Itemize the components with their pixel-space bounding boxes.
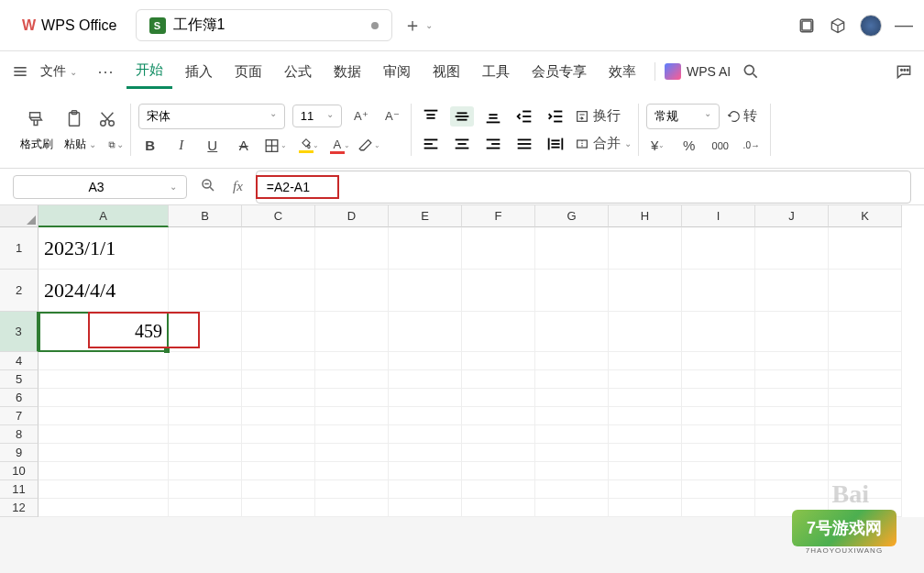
cell[interactable] [829,270,902,312]
cell[interactable]: 2023/1/1 [38,227,169,270]
italic-button[interactable]: I [170,135,193,157]
cell[interactable] [682,462,755,480]
cell[interactable] [755,444,829,462]
cell[interactable] [38,389,169,407]
cell[interactable] [169,370,242,389]
cell[interactable] [389,312,462,352]
cell[interactable] [829,312,902,352]
align-center-icon[interactable] [450,134,474,154]
cell[interactable] [755,407,829,425]
tab-view[interactable]: 视图 [424,56,469,88]
cell[interactable] [389,352,462,370]
cell[interactable] [535,407,609,425]
strikethrough-button[interactable]: A [232,135,256,157]
cell[interactable] [535,227,609,270]
cell[interactable] [242,270,315,312]
cell[interactable] [535,352,609,370]
cell[interactable] [755,480,829,499]
cube-icon[interactable] [829,17,847,35]
row-header[interactable]: 7 [0,407,38,425]
paste-label[interactable]: 粘贴 ⌄ [64,137,96,152]
cell[interactable] [535,499,609,517]
cell[interactable] [169,425,242,444]
increase-font-icon[interactable]: A⁺ [349,105,373,127]
window-layout-icon[interactable] [798,17,816,35]
cell[interactable] [462,389,535,407]
cell[interactable] [462,227,535,270]
column-header[interactable]: I [682,205,755,227]
merge-cells-button[interactable]: 合并⌄ [575,133,632,155]
cell[interactable] [389,425,462,444]
name-box[interactable]: A3 ⌄ [13,175,187,199]
paste-button[interactable] [59,107,90,131]
search-icon[interactable] [742,62,760,81]
align-left-icon[interactable] [419,134,443,154]
tab-efficiency[interactable]: 效率 [600,56,645,88]
cell[interactable]: 459 [38,312,169,352]
align-bottom-icon[interactable] [481,106,505,127]
cell[interactable] [169,444,242,462]
cell[interactable] [242,227,315,270]
cell[interactable] [609,370,682,389]
cell[interactable] [682,407,755,425]
cell[interactable] [755,270,829,312]
cell[interactable] [682,480,755,499]
cell[interactable] [462,425,535,444]
cell[interactable] [755,370,829,389]
cell[interactable] [609,270,682,312]
format-painter-button[interactable] [20,107,51,131]
cell[interactable] [169,499,242,517]
select-all-corner[interactable] [0,205,38,227]
cell[interactable] [242,480,315,499]
minimize-button[interactable]: — [895,17,913,35]
more-menu-icon[interactable]: ⋯ [88,61,123,82]
row-header[interactable]: 3 [0,312,38,352]
cell[interactable] [315,407,389,425]
column-header[interactable]: B [169,205,242,227]
cell[interactable] [38,352,169,370]
cell[interactable] [242,499,315,517]
cell[interactable] [829,389,902,407]
cell[interactable] [462,480,535,499]
tab-insert[interactable]: 插入 [176,56,222,88]
fill-color-button[interactable]: ⌄ [294,135,318,157]
cell[interactable] [609,407,682,425]
cell[interactable] [755,389,829,407]
row-header[interactable]: 4 [0,352,38,370]
cell[interactable] [315,462,389,480]
row-header[interactable]: 6 [0,389,38,407]
cell[interactable] [535,480,609,499]
cell[interactable] [462,370,535,389]
tab-start[interactable]: 开始 [126,54,172,89]
cell[interactable] [462,270,535,312]
cell[interactable] [462,462,535,480]
tab-member[interactable]: 会员专享 [522,56,596,88]
row-header[interactable]: 8 [0,425,38,444]
cell[interactable] [682,499,755,517]
cell[interactable] [462,444,535,462]
cell[interactable] [682,270,755,312]
formula-input[interactable]: =A2-A1 [256,171,911,204]
row-header[interactable]: 5 [0,370,38,389]
cell[interactable] [169,389,242,407]
fx-icon[interactable]: fx [229,175,247,198]
distribute-icon[interactable] [544,134,567,154]
list-icon[interactable] [11,62,29,81]
cell[interactable] [535,425,609,444]
cell[interactable] [242,444,315,462]
cell[interactable]: 2024/4/4 [38,270,169,312]
cell[interactable] [315,370,389,389]
cell[interactable] [38,407,169,425]
cell[interactable] [38,499,169,517]
cell[interactable] [535,389,609,407]
column-header[interactable]: K [829,205,902,227]
cell[interactable] [242,389,315,407]
cell[interactable] [829,352,902,370]
eraser-icon[interactable]: ⌄ [357,135,380,157]
cell[interactable] [829,227,902,270]
cell[interactable] [682,352,755,370]
cell[interactable] [609,462,682,480]
row-header[interactable]: 1 [0,227,38,270]
cell[interactable] [755,352,829,370]
cell[interactable] [682,425,755,444]
